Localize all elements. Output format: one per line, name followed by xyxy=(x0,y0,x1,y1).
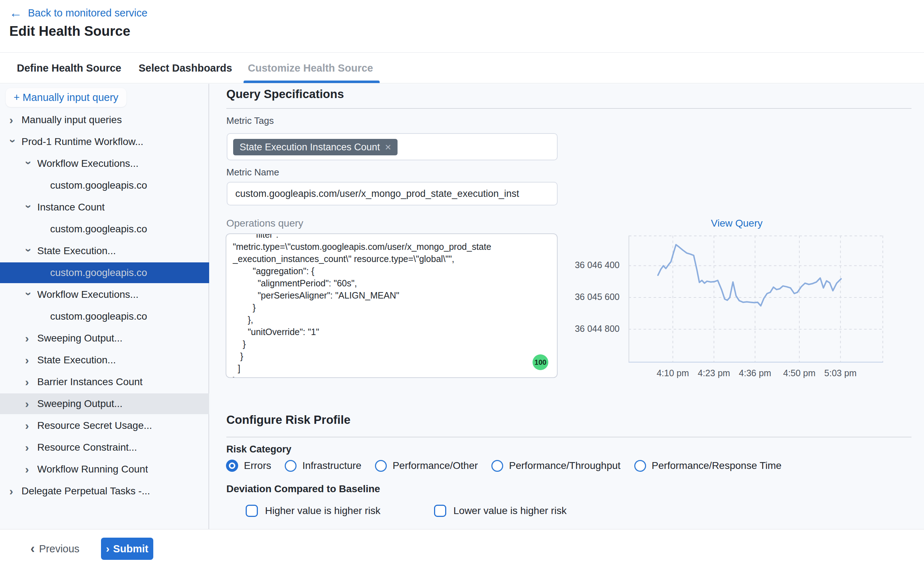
checkbox-label: Higher value is higher risk xyxy=(265,505,380,516)
previous-button[interactable]: ‹ Previous xyxy=(30,538,80,560)
chevron-right-icon[interactable]: › xyxy=(9,485,17,497)
tree-node[interactable]: ›Barrier Instances Count xyxy=(0,372,209,392)
records-count-badge: 100 xyxy=(533,354,548,370)
tree-leaf-metric[interactable]: custom.googleapis.co xyxy=(0,219,209,240)
metric-name-label: Metric Name xyxy=(226,167,279,178)
tree-node[interactable]: ›Workflow Executions... xyxy=(0,284,209,305)
tree-node[interactable]: ›Sweeping Output... xyxy=(0,393,209,414)
radio-label: Performance/Response Time xyxy=(652,460,782,471)
metric-tags-label: Metric Tags xyxy=(226,115,273,126)
section-divider xyxy=(226,437,912,437)
radio-icon[interactable] xyxy=(375,460,387,472)
chevron-down-icon[interactable]: › xyxy=(23,161,35,168)
tree-leaf-metric[interactable]: custom.googleapis.co xyxy=(0,175,209,196)
risk-category-radio-performance-response-time[interactable]: Performance/Response Time xyxy=(634,460,782,472)
tree-item-label: Sweeping Output... xyxy=(37,333,122,344)
radio-icon[interactable] xyxy=(491,460,503,472)
tree-item-label: Prod-1 Runtime Workflow... xyxy=(21,136,143,147)
risk-category-radio-performance-throughput[interactable]: Performance/Throughput xyxy=(491,460,620,472)
risk-category-radio-performance-other[interactable]: Performance/Other xyxy=(375,460,478,472)
back-link-label: Back to monitored service xyxy=(28,7,147,19)
radio-label: Performance/Other xyxy=(392,460,478,471)
risk-category-label: Risk Category xyxy=(226,444,291,455)
radio-selected-icon[interactable] xyxy=(226,460,238,472)
tree-item-label: State Execution... xyxy=(37,354,116,366)
tree-leaf-metric[interactable]: custom.googleapis.co xyxy=(0,306,209,327)
query-tree-sidebar: + Manually input query ›Manually input q… xyxy=(0,84,209,529)
chart-y-tick-label: 36 045 600 xyxy=(560,292,620,302)
chevron-right-icon[interactable]: › xyxy=(25,376,32,388)
checkbox-icon[interactable] xyxy=(246,505,258,517)
tree-leaf-metric[interactable]: custom.googleapis.co xyxy=(0,262,209,283)
tree-node[interactable]: ›Workflow Running Count xyxy=(0,459,209,480)
radio-label: Errors xyxy=(244,460,271,471)
content-area: + Manually input query ›Manually input q… xyxy=(0,84,924,529)
back-arrow-icon: ← xyxy=(9,6,22,20)
checkbox-icon[interactable] xyxy=(434,505,446,517)
tree-node[interactable]: ›Manually input queries xyxy=(0,110,209,130)
operations-query-label: Operations query xyxy=(226,218,303,229)
tree-item-label: State Execution... xyxy=(37,245,116,256)
tab-select-dashboards[interactable]: Select Dashboards xyxy=(138,52,232,83)
tree-item-label: Workflow Executions... xyxy=(37,289,138,300)
submit-button[interactable]: › Submit xyxy=(101,538,153,560)
radio-label: Infrastructure xyxy=(302,460,361,471)
chevron-right-icon[interactable]: › xyxy=(25,464,32,475)
configure-risk-profile-title: Configure Risk Profile xyxy=(226,413,351,427)
remove-tag-icon[interactable]: × xyxy=(385,142,391,153)
tree-node[interactable]: ›State Execution... xyxy=(0,350,209,370)
tree-node[interactable]: ›Workflow Executions... xyxy=(0,153,209,174)
metric-tags-input[interactable]: State Execution Instances Count × xyxy=(227,133,557,160)
chevron-right-icon[interactable]: › xyxy=(25,354,32,366)
query-specifications-title: Query Specifications xyxy=(226,87,344,101)
chevron-right-icon[interactable]: › xyxy=(25,333,32,344)
chevron-down-icon[interactable]: › xyxy=(23,248,35,256)
tab-define-health-source[interactable]: Define Health Source xyxy=(17,52,122,83)
tree-item-label: Resource Constraint... xyxy=(37,442,137,453)
tree-item-label: Workflow Running Count xyxy=(37,464,148,475)
tree-item-label: custom.googleapis.co xyxy=(50,180,159,191)
tree-node[interactable]: ›State Execution... xyxy=(0,240,209,261)
chevron-right-icon[interactable]: › xyxy=(25,420,32,431)
chevron-down-icon[interactable]: › xyxy=(23,205,35,212)
chart-x-tick-label: 4:36 pm xyxy=(730,368,780,378)
previous-button-label: Previous xyxy=(39,543,80,555)
add-manual-query-button[interactable]: + Manually input query xyxy=(6,88,126,107)
tab-customize-health-source[interactable]: Customize Health Source xyxy=(248,52,373,83)
operations-query-editor[interactable]: "filter": "metric.type=\"custom.googleap… xyxy=(225,233,557,378)
tree-node[interactable]: ›Sweeping Output... xyxy=(0,328,209,349)
chevron-down-icon[interactable]: › xyxy=(8,139,19,146)
chart-x-tick-label: 5:03 pm xyxy=(816,368,865,378)
tree-item-label: Barrier Instances Count xyxy=(37,376,143,388)
chevron-down-icon[interactable]: › xyxy=(23,292,35,299)
chart-y-tick-label: 36 044 800 xyxy=(560,324,620,334)
back-to-monitored-service-link[interactable]: ← Back to monitored service xyxy=(9,6,147,20)
chevron-right-icon[interactable]: › xyxy=(25,398,32,410)
tree-item-label: Manually input queries xyxy=(21,114,122,126)
tree-item-label: custom.googleapis.co xyxy=(50,267,159,279)
radio-label: Performance/Throughput xyxy=(509,460,620,471)
tree-node[interactable]: ›Resource Secret Usage... xyxy=(0,415,209,436)
checkbox-label: Lower value is higher risk xyxy=(454,505,566,516)
tree-item-label: Resource Secret Usage... xyxy=(37,420,152,431)
radio-icon[interactable] xyxy=(285,460,296,472)
active-tab-underline xyxy=(243,81,380,83)
radio-icon[interactable] xyxy=(634,460,646,472)
tree-node[interactable]: ›Instance Count xyxy=(0,197,209,218)
chevron-right-icon[interactable]: › xyxy=(25,442,32,453)
risk-category-radio-infrastructure[interactable]: Infrastructure xyxy=(285,460,361,472)
metric-name-input[interactable]: custom.googleapis.com/user/x_mongo_prod_… xyxy=(227,182,557,206)
tree-item-label: custom.googleapis.co xyxy=(50,311,159,322)
chevron-left-icon: ‹ xyxy=(30,541,35,556)
risk-category-radio-errors[interactable]: Errors xyxy=(226,460,271,472)
risk-category-radio-group: ErrorsInfrastructurePerformance/OtherPer… xyxy=(226,460,781,472)
main-panel: Query Specifications Metric Tags State E… xyxy=(209,84,924,529)
chevron-right-icon[interactable]: › xyxy=(9,114,17,126)
deviation-checkbox-higher[interactable]: Higher value is higher risk xyxy=(246,505,380,517)
deviation-checkbox-lower[interactable]: Lower value is higher risk xyxy=(434,505,566,517)
tree-node[interactable]: ›Delegate Perpetual Tasks -... xyxy=(0,481,209,501)
tree-node[interactable]: ›Resource Constraint... xyxy=(0,437,209,458)
tree-node[interactable]: ›Prod-1 Runtime Workflow... xyxy=(0,131,209,152)
tree-item-label: Instance Count xyxy=(37,201,105,213)
view-query-link[interactable]: View Query xyxy=(711,218,762,229)
